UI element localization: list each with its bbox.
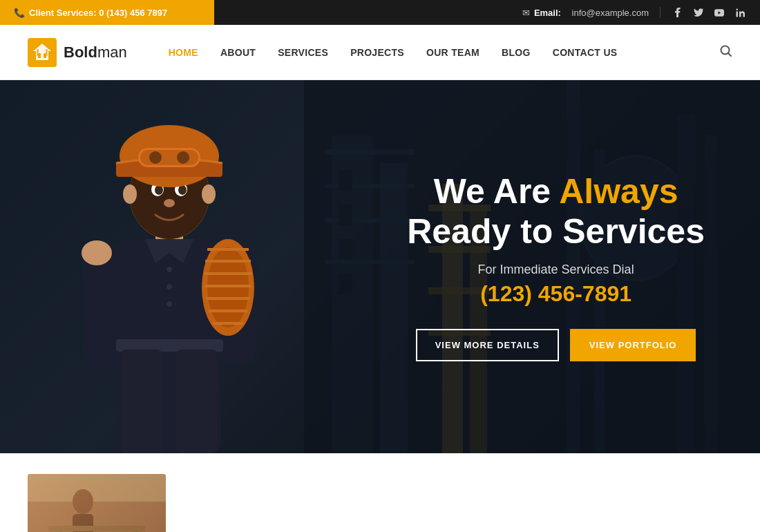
twitter-icon[interactable] [692,6,705,19]
svg-rect-3 [37,49,39,56]
svg-rect-68 [73,514,93,532]
svg-point-34 [123,184,137,204]
svg-point-35 [202,184,216,204]
worker-figure [35,87,297,453]
top-bar-email: ✉ Email: info@example.com [522,8,649,18]
svg-point-36 [164,199,175,207]
svg-rect-47 [167,267,172,272]
thumbnail-image [28,474,166,532]
search-icon[interactable] [720,45,732,60]
nav-home[interactable]: HOME [169,47,198,58]
hero-section: We Are Always Ready to Services For Imme… [0,80,760,453]
email-icon: ✉ [522,8,530,18]
hero-buttons: VIEW MORE DETAILS VIEW PORTFOLIO [407,329,705,361]
top-bar: 📞 Client Services: 0 (143) 456 7897 ✉ Em… [0,0,760,25]
svg-point-52 [82,240,112,265]
divider [660,7,661,18]
svg-rect-4 [46,49,48,56]
social-icons [672,6,746,19]
hero-phone: (123) 456-7891 [407,281,705,307]
nav-about[interactable]: ABOUT [220,47,256,58]
nav-projects[interactable]: PROJECTS [350,47,404,58]
facebook-icon[interactable] [672,6,684,19]
svg-rect-66 [28,502,166,532]
nav-blog[interactable]: BLOG [502,47,531,58]
svg-rect-64 [176,350,218,453]
hero-title: We Are Always Ready to Services [407,172,705,251]
svg-rect-69 [48,526,145,531]
below-hero-thumbnail [28,474,166,532]
phone-number: 0 (143) 456 7897 [99,8,167,18]
logo-icon [28,38,57,67]
below-hero [0,453,760,532]
svg-point-46 [177,151,189,164]
logo[interactable]: Boldman [28,38,127,67]
svg-rect-44 [140,150,198,165]
svg-rect-48 [167,284,172,289]
hero-subtitle: For Immediate Services Dial [407,263,705,277]
svg-rect-49 [167,301,172,307]
brand-name: Boldman [64,44,127,61]
svg-point-67 [73,489,93,514]
top-bar-phone: 📞 Client Services: 0 (143) 456 7897 [0,0,214,25]
view-more-details-button[interactable]: VIEW MORE DETAILS [416,329,559,361]
top-bar-right: ✉ Email: info@example.com [214,6,760,19]
nav-links: HOME ABOUT SERVICES PROJECTS OUR TEAM BL… [169,47,720,58]
email-label: Email: [534,8,561,18]
svg-rect-65 [28,474,166,532]
navbar: Boldman HOME ABOUT SERVICES PROJECTS OUR… [0,25,760,80]
nav-contact-us[interactable]: CONTACT US [553,47,618,58]
youtube-icon[interactable] [713,6,725,19]
svg-point-40 [178,185,187,195]
nav-services[interactable]: SERVICES [278,47,328,58]
email-address: info@example.com [572,8,649,18]
hero-content: We Are Always Ready to Services For Imme… [407,172,705,361]
svg-rect-63 [121,350,162,453]
linkedin-icon[interactable] [734,6,746,19]
client-services-label: Client Services: [29,8,97,18]
view-portfolio-button[interactable]: VIEW PORTFOLIO [570,329,696,361]
phone-icon: 📞 [14,8,25,18]
nav-our-team[interactable]: OUR TEAM [426,47,479,58]
svg-point-45 [149,151,162,164]
hero-title-highlight: Always [559,172,678,211]
